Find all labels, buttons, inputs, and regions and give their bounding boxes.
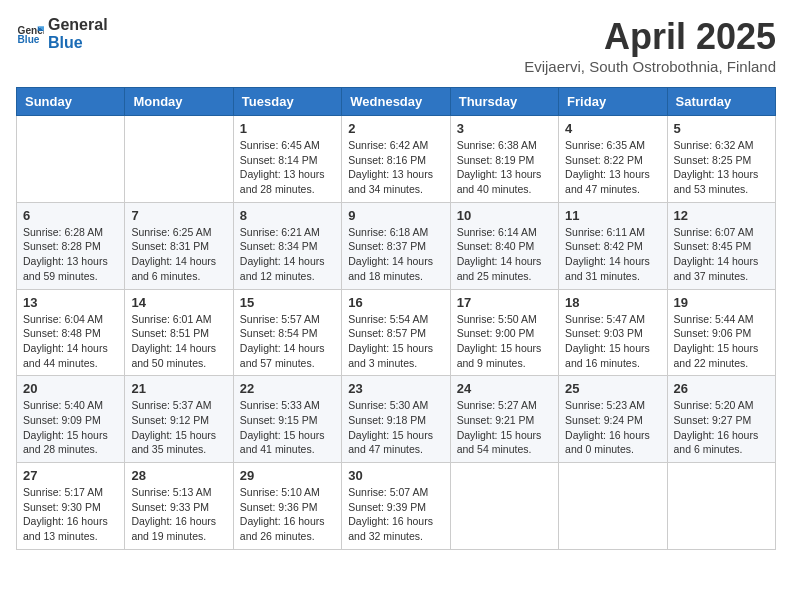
calendar-day-cell: 14Sunrise: 6:01 AM Sunset: 8:51 PM Dayli… — [125, 289, 233, 376]
calendar-day-cell — [125, 116, 233, 203]
day-number: 16 — [348, 295, 443, 310]
day-info: Sunrise: 6:04 AM Sunset: 8:48 PM Dayligh… — [23, 312, 118, 371]
calendar-day-cell: 19Sunrise: 5:44 AM Sunset: 9:06 PM Dayli… — [667, 289, 775, 376]
day-number: 24 — [457, 381, 552, 396]
day-info: Sunrise: 6:01 AM Sunset: 8:51 PM Dayligh… — [131, 312, 226, 371]
day-number: 20 — [23, 381, 118, 396]
calendar-day-cell: 25Sunrise: 5:23 AM Sunset: 9:24 PM Dayli… — [559, 376, 667, 463]
day-info: Sunrise: 6:07 AM Sunset: 8:45 PM Dayligh… — [674, 225, 769, 284]
calendar-day-cell — [667, 463, 775, 550]
weekday-header-cell: Monday — [125, 88, 233, 116]
day-info: Sunrise: 6:18 AM Sunset: 8:37 PM Dayligh… — [348, 225, 443, 284]
day-info: Sunrise: 6:21 AM Sunset: 8:34 PM Dayligh… — [240, 225, 335, 284]
calendar-day-cell: 6Sunrise: 6:28 AM Sunset: 8:28 PM Daylig… — [17, 202, 125, 289]
svg-text:Blue: Blue — [18, 34, 40, 45]
day-info: Sunrise: 5:44 AM Sunset: 9:06 PM Dayligh… — [674, 312, 769, 371]
calendar-day-cell: 5Sunrise: 6:32 AM Sunset: 8:25 PM Daylig… — [667, 116, 775, 203]
day-number: 9 — [348, 208, 443, 223]
calendar-day-cell: 28Sunrise: 5:13 AM Sunset: 9:33 PM Dayli… — [125, 463, 233, 550]
calendar-day-cell: 30Sunrise: 5:07 AM Sunset: 9:39 PM Dayli… — [342, 463, 450, 550]
location-title: Evijaervi, South Ostrobothnia, Finland — [524, 58, 776, 75]
title-area: April 2025 Evijaervi, South Ostrobothnia… — [524, 16, 776, 75]
calendar-day-cell: 12Sunrise: 6:07 AM Sunset: 8:45 PM Dayli… — [667, 202, 775, 289]
day-number: 14 — [131, 295, 226, 310]
day-info: Sunrise: 5:50 AM Sunset: 9:00 PM Dayligh… — [457, 312, 552, 371]
day-info: Sunrise: 6:42 AM Sunset: 8:16 PM Dayligh… — [348, 138, 443, 197]
day-info: Sunrise: 6:14 AM Sunset: 8:40 PM Dayligh… — [457, 225, 552, 284]
day-info: Sunrise: 5:07 AM Sunset: 9:39 PM Dayligh… — [348, 485, 443, 544]
calendar-body: 1Sunrise: 6:45 AM Sunset: 8:14 PM Daylig… — [17, 116, 776, 550]
day-info: Sunrise: 5:10 AM Sunset: 9:36 PM Dayligh… — [240, 485, 335, 544]
calendar-week-row: 1Sunrise: 6:45 AM Sunset: 8:14 PM Daylig… — [17, 116, 776, 203]
day-number: 29 — [240, 468, 335, 483]
day-number: 23 — [348, 381, 443, 396]
calendar-day-cell: 7Sunrise: 6:25 AM Sunset: 8:31 PM Daylig… — [125, 202, 233, 289]
calendar-day-cell: 18Sunrise: 5:47 AM Sunset: 9:03 PM Dayli… — [559, 289, 667, 376]
calendar-day-cell: 13Sunrise: 6:04 AM Sunset: 8:48 PM Dayli… — [17, 289, 125, 376]
calendar-day-cell: 2Sunrise: 6:42 AM Sunset: 8:16 PM Daylig… — [342, 116, 450, 203]
day-number: 21 — [131, 381, 226, 396]
day-number: 22 — [240, 381, 335, 396]
calendar-day-cell: 27Sunrise: 5:17 AM Sunset: 9:30 PM Dayli… — [17, 463, 125, 550]
day-info: Sunrise: 6:25 AM Sunset: 8:31 PM Dayligh… — [131, 225, 226, 284]
day-number: 17 — [457, 295, 552, 310]
calendar-day-cell: 23Sunrise: 5:30 AM Sunset: 9:18 PM Dayli… — [342, 376, 450, 463]
logo-icon: General Blue — [16, 20, 44, 48]
header: General Blue General Blue April 2025 Evi… — [16, 16, 776, 75]
day-info: Sunrise: 5:33 AM Sunset: 9:15 PM Dayligh… — [240, 398, 335, 457]
day-number: 7 — [131, 208, 226, 223]
calendar-week-row: 6Sunrise: 6:28 AM Sunset: 8:28 PM Daylig… — [17, 202, 776, 289]
logo-line2: Blue — [48, 34, 108, 52]
day-number: 5 — [674, 121, 769, 136]
day-number: 28 — [131, 468, 226, 483]
day-number: 11 — [565, 208, 660, 223]
calendar-day-cell — [17, 116, 125, 203]
day-number: 8 — [240, 208, 335, 223]
calendar-day-cell: 11Sunrise: 6:11 AM Sunset: 8:42 PM Dayli… — [559, 202, 667, 289]
calendar-day-cell: 20Sunrise: 5:40 AM Sunset: 9:09 PM Dayli… — [17, 376, 125, 463]
weekday-header-cell: Saturday — [667, 88, 775, 116]
calendar-day-cell: 1Sunrise: 6:45 AM Sunset: 8:14 PM Daylig… — [233, 116, 341, 203]
calendar-day-cell: 22Sunrise: 5:33 AM Sunset: 9:15 PM Dayli… — [233, 376, 341, 463]
calendar-day-cell: 8Sunrise: 6:21 AM Sunset: 8:34 PM Daylig… — [233, 202, 341, 289]
calendar-day-cell: 17Sunrise: 5:50 AM Sunset: 9:00 PM Dayli… — [450, 289, 558, 376]
day-number: 3 — [457, 121, 552, 136]
day-info: Sunrise: 5:30 AM Sunset: 9:18 PM Dayligh… — [348, 398, 443, 457]
day-info: Sunrise: 5:57 AM Sunset: 8:54 PM Dayligh… — [240, 312, 335, 371]
day-info: Sunrise: 5:37 AM Sunset: 9:12 PM Dayligh… — [131, 398, 226, 457]
calendar-day-cell: 10Sunrise: 6:14 AM Sunset: 8:40 PM Dayli… — [450, 202, 558, 289]
day-number: 26 — [674, 381, 769, 396]
weekday-header-row: SundayMondayTuesdayWednesdayThursdayFrid… — [17, 88, 776, 116]
calendar-day-cell: 24Sunrise: 5:27 AM Sunset: 9:21 PM Dayli… — [450, 376, 558, 463]
weekday-header-cell: Wednesday — [342, 88, 450, 116]
day-info: Sunrise: 5:47 AM Sunset: 9:03 PM Dayligh… — [565, 312, 660, 371]
calendar-day-cell — [450, 463, 558, 550]
calendar-day-cell: 21Sunrise: 5:37 AM Sunset: 9:12 PM Dayli… — [125, 376, 233, 463]
day-info: Sunrise: 5:13 AM Sunset: 9:33 PM Dayligh… — [131, 485, 226, 544]
day-info: Sunrise: 5:54 AM Sunset: 8:57 PM Dayligh… — [348, 312, 443, 371]
logo-line1: General — [48, 16, 108, 34]
day-number: 13 — [23, 295, 118, 310]
day-number: 15 — [240, 295, 335, 310]
weekday-header-cell: Thursday — [450, 88, 558, 116]
day-info: Sunrise: 6:38 AM Sunset: 8:19 PM Dayligh… — [457, 138, 552, 197]
calendar-day-cell: 9Sunrise: 6:18 AM Sunset: 8:37 PM Daylig… — [342, 202, 450, 289]
logo: General Blue General Blue — [16, 16, 108, 51]
day-info: Sunrise: 6:11 AM Sunset: 8:42 PM Dayligh… — [565, 225, 660, 284]
month-title: April 2025 — [524, 16, 776, 58]
day-info: Sunrise: 6:45 AM Sunset: 8:14 PM Dayligh… — [240, 138, 335, 197]
day-info: Sunrise: 5:27 AM Sunset: 9:21 PM Dayligh… — [457, 398, 552, 457]
day-info: Sunrise: 6:28 AM Sunset: 8:28 PM Dayligh… — [23, 225, 118, 284]
day-info: Sunrise: 5:20 AM Sunset: 9:27 PM Dayligh… — [674, 398, 769, 457]
calendar-day-cell: 29Sunrise: 5:10 AM Sunset: 9:36 PM Dayli… — [233, 463, 341, 550]
day-number: 25 — [565, 381, 660, 396]
day-number: 2 — [348, 121, 443, 136]
calendar: SundayMondayTuesdayWednesdayThursdayFrid… — [16, 87, 776, 550]
day-info: Sunrise: 6:35 AM Sunset: 8:22 PM Dayligh… — [565, 138, 660, 197]
day-info: Sunrise: 6:32 AM Sunset: 8:25 PM Dayligh… — [674, 138, 769, 197]
day-info: Sunrise: 5:17 AM Sunset: 9:30 PM Dayligh… — [23, 485, 118, 544]
calendar-day-cell: 3Sunrise: 6:38 AM Sunset: 8:19 PM Daylig… — [450, 116, 558, 203]
day-number: 1 — [240, 121, 335, 136]
weekday-header-cell: Friday — [559, 88, 667, 116]
day-info: Sunrise: 5:23 AM Sunset: 9:24 PM Dayligh… — [565, 398, 660, 457]
